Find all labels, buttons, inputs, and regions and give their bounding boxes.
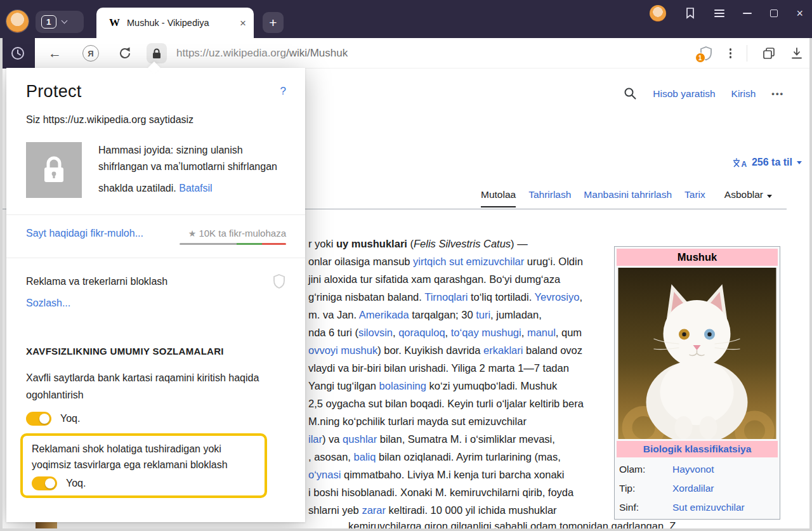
- infobox-label: Sinf:: [619, 502, 672, 513]
- tab-group-button[interactable]: 1: [36, 11, 84, 33]
- maximize-button[interactable]: [770, 10, 778, 17]
- url-path: /wiki/Mushuk: [286, 47, 348, 60]
- view-tab[interactable]: Mutolaa: [481, 189, 516, 207]
- adblock-settings-link[interactable]: Sozlash...: [26, 298, 70, 309]
- article-text-segment: jini aloxida tur sifatida xam qarashgan.…: [308, 273, 560, 285]
- article-line: ovvoyi mushuk) bor. Kuyikish davrida erk…: [308, 341, 584, 359]
- view-tab[interactable]: Tarix: [684, 189, 705, 206]
- clock-icon: [10, 46, 25, 61]
- shock-ads-toggle[interactable]: [32, 476, 57, 490]
- more-options-icon[interactable]: •••: [771, 89, 784, 98]
- article-text-segment: , asosan,: [308, 451, 354, 462]
- menu-icon[interactable]: [714, 8, 724, 19]
- infobox-value-link[interactable]: Sut emizuvchilar: [672, 502, 745, 513]
- infobox-value-link[interactable]: Xordalilar: [672, 483, 714, 494]
- article-link[interactable]: turi: [476, 309, 490, 320]
- article-text-segment: m. va Jan.: [308, 309, 359, 320]
- protect-shield-button[interactable]: 1: [699, 46, 714, 61]
- article-link[interactable]: toʻqay mushugi: [451, 327, 521, 338]
- lock-icon: [42, 155, 66, 185]
- cat-photo[interactable]: [617, 268, 778, 439]
- article-text-segment: gʻriniga nisbatan baland.: [308, 291, 424, 303]
- taxobox-classification-header[interactable]: Biologik klassifikatsiya: [617, 441, 778, 457]
- history-sidebar-button[interactable]: [0, 38, 35, 69]
- shock-ads-highlight-box: Reklamani shok holatiga tushiradigan yok…: [20, 433, 267, 498]
- article-line: m. va Jan. Amerikada tarqalgan; 30 turi,…: [308, 306, 584, 324]
- site-security-lock-button[interactable]: [147, 43, 167, 63]
- article-link[interactable]: bolasining: [379, 380, 426, 391]
- article-link[interactable]: ovvoyi mushuk: [308, 344, 377, 356]
- article-link[interactable]: silovsin: [358, 327, 393, 338]
- help-link[interactable]: ?: [280, 85, 286, 98]
- languages-icon: A: [732, 157, 747, 168]
- article-text-segment: urugʻi. Oldin: [524, 256, 583, 267]
- article-link[interactable]: erkaklari: [483, 344, 523, 356]
- bank-warning-toggle[interactable]: [26, 412, 51, 426]
- close-tab-icon[interactable]: ×: [240, 18, 246, 29]
- article-link[interactable]: qushlar: [343, 433, 377, 445]
- profile-avatar[interactable]: [6, 10, 29, 32]
- new-tab-button[interactable]: +: [263, 12, 284, 33]
- view-tab[interactable]: Tahrirlash: [528, 189, 571, 206]
- details-link[interactable]: Batafsil: [179, 180, 212, 197]
- article-link[interactable]: sut emizuvchilar: [449, 256, 524, 267]
- view-tab[interactable]: Manbasini tahrirlash: [584, 189, 672, 206]
- article-line: gʻriniga nisbatan baland. Tirnoqlari toʻ…: [308, 288, 584, 306]
- article-link[interactable]: manul: [527, 327, 556, 338]
- article-link[interactable]: ilar: [308, 433, 322, 445]
- article-text-segment: toʻliq tortiladi.: [468, 291, 534, 303]
- chevron-down-icon: [797, 161, 802, 164]
- tab-count-badge[interactable]: 1: [41, 15, 56, 29]
- search-icon[interactable]: [624, 87, 637, 100]
- toolbar-divider: [747, 45, 747, 62]
- view-tab[interactable]: Asboblar: [724, 189, 772, 206]
- infobox-value-link[interactable]: Hayvonot: [672, 464, 714, 475]
- article-link[interactable]: zarar: [362, 504, 386, 516]
- article-link[interactable]: baliq: [354, 451, 376, 462]
- infobox-rows: Olam:HayvonotTip:XordalilarSinf:Sut emiz…: [617, 460, 778, 517]
- article-text-segment: shlarni yeb: [308, 504, 362, 516]
- account-avatar[interactable]: [650, 5, 666, 22]
- star-icon: ★: [188, 228, 197, 239]
- taxobox: Mushuk: [614, 246, 780, 520]
- toolbar: ← Я https://uz.wikipedia.org/wiki/Mushuk…: [0, 38, 812, 69]
- protect-popup: Protect ? Siz https://uz.wikipedia.org s…: [6, 68, 305, 522]
- collections-icon[interactable]: [763, 47, 775, 60]
- site-feedback-link[interactable]: Sayt haqidagi fikr-muloh...: [26, 228, 143, 239]
- url-field[interactable]: https://uz.wikipedia.org/wiki/Mushuk: [176, 38, 348, 69]
- close-window-button[interactable]: ×: [796, 8, 803, 19]
- article-line: 2,5 oygacha sut bilan boqadi. Keyin turl…: [308, 395, 584, 412]
- article-link[interactable]: Tirnoqlari: [424, 291, 468, 303]
- article-link[interactable]: Yevrosiyo: [535, 291, 580, 303]
- browser-tab[interactable]: W Mushuk - Vikipediya ×: [96, 8, 254, 38]
- article-line: Yangi tugʻilgan bolasining koʻzi yumuqbo…: [308, 377, 584, 395]
- security-section-header: XAVFSIZLIKNING UMUMIY SOZLAMALARI: [26, 346, 286, 357]
- article-text-segment: Felis Silvestris Catus: [414, 238, 511, 249]
- kebab-menu-icon[interactable]: [730, 47, 732, 60]
- article-line: r yoki uy mushuklari (Felis Silvestris C…: [308, 235, 584, 252]
- article-link[interactable]: Amerikada: [359, 309, 409, 320]
- article-text-segment: baland ovoz: [523, 344, 582, 356]
- wikipedia-favicon: W: [109, 16, 120, 29]
- chevron-down-icon[interactable]: [61, 18, 67, 24]
- back-button[interactable]: ←: [48, 38, 62, 69]
- yandex-search-button[interactable]: Я: [82, 45, 99, 62]
- bank-warning-text: Xavfli saytlarda bank kartasi raqamini k…: [26, 369, 280, 403]
- refresh-button[interactable]: [118, 46, 132, 60]
- bookmark-panel-icon[interactable]: [684, 7, 696, 20]
- article-text-segment: 2,5 oygacha sut bilan boqadi. Keyin turl…: [308, 398, 584, 409]
- article-text-segment: M.ning koʻpchilik turlari mayda sut emiz…: [308, 416, 527, 427]
- infobox-label: Tip:: [619, 483, 672, 494]
- downloads-icon[interactable]: [790, 47, 803, 60]
- window-frame-edge: [0, 38, 3, 531]
- blocked-count-badge: 1: [695, 53, 705, 63]
- login-link[interactable]: Kirish: [731, 88, 756, 100]
- article-link[interactable]: oʻynasi: [308, 469, 341, 480]
- article-text-segment: ,: [393, 327, 398, 338]
- create-account-link[interactable]: Hisob yaratish: [653, 88, 715, 100]
- article-link[interactable]: qoraquloq: [398, 327, 445, 338]
- article-text-segment: ) —: [511, 238, 528, 249]
- minimize-button[interactable]: [743, 13, 752, 14]
- language-selector-button[interactable]: A 256 ta til: [732, 157, 802, 168]
- article-link[interactable]: yirtqich: [413, 256, 446, 267]
